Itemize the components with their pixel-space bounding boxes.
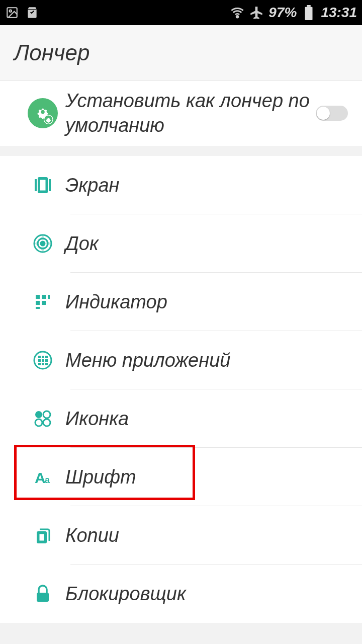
svg-rect-27 <box>42 363 44 365</box>
battery-icon <box>302 6 316 20</box>
svg-rect-36 <box>39 533 45 541</box>
svg-text:a: a <box>45 475 50 485</box>
svg-rect-13 <box>36 295 40 299</box>
svg-rect-18 <box>36 307 40 309</box>
settings-row-blocker[interactable]: Блокировщик <box>0 565 362 623</box>
svg-rect-15 <box>48 295 50 299</box>
settings-row-icon[interactable]: Иконка <box>0 389 362 448</box>
status-bar-left <box>5 6 39 20</box>
image-icon <box>5 6 19 20</box>
lock-icon <box>20 583 65 605</box>
svg-rect-22 <box>45 356 48 358</box>
status-bar: 97% 13:31 <box>0 0 362 25</box>
svg-point-32 <box>43 419 50 426</box>
settings-row-label: Индикатор <box>65 291 352 313</box>
svg-point-31 <box>35 419 42 426</box>
svg-point-6 <box>41 110 45 114</box>
svg-rect-39 <box>42 597 44 600</box>
indicator-icon <box>20 291 65 313</box>
settings-row-indicator[interactable]: Индикатор <box>0 273 362 331</box>
svg-rect-26 <box>38 363 41 365</box>
svg-rect-4 <box>307 5 311 7</box>
svg-point-12 <box>41 242 45 246</box>
svg-text:A: A <box>35 469 46 486</box>
settings-row-label: Иконка <box>65 408 352 430</box>
page-title: Лончер <box>14 40 90 65</box>
settings-row-appmenu[interactable]: Меню приложений <box>0 331 362 389</box>
iconset-icon <box>20 408 65 430</box>
settings-row-dock[interactable]: Док <box>0 214 362 273</box>
shopping-bag-icon <box>25 6 39 20</box>
set-default-launcher-label: Установить как лончер по умолчанию <box>65 89 312 138</box>
svg-rect-3 <box>305 7 313 20</box>
svg-rect-17 <box>42 301 46 305</box>
status-bar-right: 97% 13:31 <box>230 5 357 21</box>
settings-row-label: Копии <box>65 525 352 546</box>
settings-row-screen[interactable]: Экран <box>0 156 362 214</box>
svg-point-29 <box>35 411 42 418</box>
battery-percent: 97% <box>268 5 297 21</box>
copies-icon <box>20 524 65 546</box>
svg-rect-23 <box>38 359 41 362</box>
font-icon: A a <box>20 466 65 488</box>
svg-rect-25 <box>45 359 48 362</box>
settings-list: Экран Док Индикатор <box>0 156 362 623</box>
page-header: Лончер <box>0 25 362 80</box>
toggle-off-icon <box>316 106 348 121</box>
set-default-launcher-row[interactable]: Установить как лончер по умолчанию <box>0 80 362 146</box>
svg-rect-16 <box>36 301 40 305</box>
settings-row-copies[interactable]: Копии <box>0 506 362 565</box>
default-launcher-section: Установить как лончер по умолчанию <box>0 80 362 146</box>
section-gap <box>0 146 362 156</box>
wifi-icon <box>230 6 244 20</box>
settings-row-label: Док <box>65 233 352 255</box>
screen-icon <box>20 174 65 196</box>
appmenu-icon <box>20 349 65 371</box>
settings-row-label: Меню приложений <box>65 350 352 371</box>
svg-point-30 <box>43 411 50 418</box>
airplane-icon <box>249 6 263 20</box>
settings-row-label: Блокировщик <box>65 583 352 605</box>
settings-row-label: Шрифт <box>65 466 352 488</box>
dock-icon <box>20 232 65 255</box>
svg-rect-14 <box>42 295 46 299</box>
svg-rect-21 <box>42 356 44 358</box>
clock: 13:31 <box>321 5 357 21</box>
settings-row-label: Экран <box>65 175 352 196</box>
svg-rect-28 <box>45 363 48 365</box>
svg-point-2 <box>237 16 239 17</box>
svg-rect-9 <box>39 179 46 191</box>
svg-rect-20 <box>38 356 41 358</box>
settings-gear-icon <box>20 98 65 128</box>
svg-point-1 <box>10 10 12 12</box>
settings-row-font[interactable]: A a Шрифт <box>0 448 362 506</box>
svg-rect-24 <box>42 359 44 362</box>
default-launcher-toggle[interactable] <box>312 106 352 121</box>
